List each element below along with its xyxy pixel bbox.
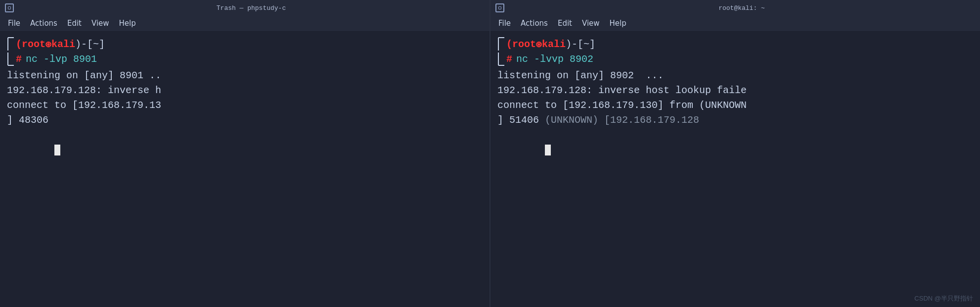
prompt-circle-left: ⊛ <box>45 38 51 51</box>
title-bar-left: Trash — phpstudy-c <box>0 0 490 16</box>
title-text-left: Trash — phpstudy-c <box>18 4 485 12</box>
prompt-row1-left: (root ⊛ kali )-[ ~ ] <box>7 37 483 51</box>
menu-actions-right[interactable]: Actions <box>517 18 552 29</box>
prompt-dir-left: ~ <box>93 39 99 50</box>
menu-bar-left: File Actions Edit View Help <box>0 16 490 31</box>
terminal-pane-right: root@kali: ~ File Actions Edit View Help… <box>490 0 980 307</box>
window-icon-right[interactable] <box>495 3 504 12</box>
output-line-3-left: connect to [192.168.179.13 <box>7 98 483 113</box>
cursor-right <box>545 145 551 155</box>
prompt-bracket-close-left: ] <box>99 39 105 50</box>
menu-file-right[interactable]: File <box>494 18 515 29</box>
command-left: nc -lvp 8901 <box>26 53 97 65</box>
corner-bracket-left <box>7 37 14 51</box>
watermark: CSDN @半只野指针 <box>914 294 973 303</box>
terminal-pane-left: Trash — phpstudy-c File Actions Edit Vie… <box>0 0 490 307</box>
output-line-dim-right: (UNKNOWN) [192.168.179.128 <box>539 114 699 126</box>
output-line-1-right: listening on [any] 8902 ... <box>497 68 973 83</box>
menu-view-right[interactable]: View <box>578 18 604 29</box>
title-text-right: root@kali: ~ <box>508 4 975 12</box>
prompt-row2-right: # nc -lvvp 8902 <box>497 51 973 66</box>
menu-help-right[interactable]: Help <box>606 18 630 29</box>
prompt-bracket-close-right: ] <box>589 39 595 50</box>
cursor-line-left <box>7 128 483 172</box>
corner-bracket-bottom-left <box>7 51 14 66</box>
menu-help-left[interactable]: Help <box>115 18 140 29</box>
window-icon-inner-right <box>498 6 501 9</box>
prompt-host-left: kali <box>51 39 75 50</box>
terminal-body-right[interactable]: (root ⊛ kali )-[ ~ ] # nc -lvvp 8902 <box>490 31 980 307</box>
window-icon-left[interactable] <box>5 3 14 12</box>
output-line-4-right: ] 51406 (UNKNOWN) [192.168.179.128 <box>497 113 973 128</box>
output-line-2-left: 192.168.179.128: inverse h <box>7 83 483 98</box>
menu-edit-right[interactable]: Edit <box>554 18 576 29</box>
window-icon-inner-left <box>8 6 11 9</box>
menu-view-left[interactable]: View <box>88 18 113 29</box>
prompt-block-left: (root ⊛ kali )-[ ~ ] # nc -lvp 8901 <box>7 37 483 66</box>
corner-bracket-bottom-right <box>497 51 504 66</box>
menu-edit-left[interactable]: Edit <box>63 18 86 29</box>
corner-bracket-right <box>497 37 504 51</box>
prompt-row1-right: (root ⊛ kali )-[ ~ ] <box>497 37 973 51</box>
title-bar-right: root@kali: ~ <box>490 0 980 16</box>
prompt-user-left: (root <box>16 39 45 50</box>
prompt-circle-right: ⊛ <box>536 38 542 51</box>
prompt-user-right: (root <box>506 39 536 50</box>
command-right: nc -lvvp 8902 <box>516 53 593 65</box>
cursor-left <box>54 145 60 155</box>
terminals-container: Trash — phpstudy-c File Actions Edit Vie… <box>0 0 980 307</box>
output-line-2-right: 192.168.179.128: inverse host lookup fai… <box>497 83 973 98</box>
prompt-bracket-right: )-[ <box>566 39 583 50</box>
menu-bar-right: File Actions Edit View Help <box>490 16 980 31</box>
output-line-3-right: connect to [192.168.179.130] from (UNKNO… <box>497 98 973 113</box>
terminal-body-left[interactable]: (root ⊛ kali )-[ ~ ] # nc -lvp 8901 <box>0 31 490 307</box>
prompt-host-right: kali <box>542 39 566 50</box>
prompt-row2-left: # nc -lvp 8901 <box>7 51 483 66</box>
hash-left: # <box>16 53 22 65</box>
cursor-line-right <box>497 128 973 172</box>
prompt-bracket-left: )-[ <box>75 39 93 50</box>
hash-right: # <box>506 53 512 65</box>
prompt-block-right: (root ⊛ kali )-[ ~ ] # nc -lvvp 8902 <box>497 37 973 66</box>
menu-file-left[interactable]: File <box>4 18 24 29</box>
menu-actions-left[interactable]: Actions <box>26 18 61 29</box>
output-line-4-left: ] 48306 <box>7 113 483 128</box>
output-line-1-left: listening on [any] 8901 .. <box>7 68 483 83</box>
prompt-dir-right: ~ <box>583 39 589 50</box>
